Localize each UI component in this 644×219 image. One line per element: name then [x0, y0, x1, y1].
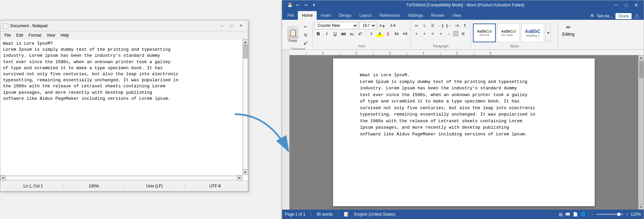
clear-formatting-button[interactable]: ✕A: [401, 30, 409, 37]
paragraph-group: ≡• 1. ☰ ←‖ ‖→ ↕A ¶ ≡ ≡ ≡ ≡ ↕: [411, 21, 471, 49]
tab-references[interactable]: References: [376, 11, 404, 20]
text-effects-button[interactable]: A: [368, 30, 375, 37]
font-row1: Courier New 10.5 A▲ A▼: [315, 22, 398, 29]
line-spacing-button[interactable]: ↕: [445, 30, 452, 37]
share-button[interactable]: Share: [615, 13, 632, 19]
underline-button[interactable]: U: [331, 30, 339, 37]
text-highlight-button[interactable]: A: [376, 30, 383, 37]
notepad-maximize-button[interactable]: □: [227, 23, 236, 29]
notepad-menu-help[interactable]: Help: [58, 32, 72, 38]
notepad-menu-format[interactable]: Format: [26, 32, 44, 38]
notepad-close-button[interactable]: ✕: [236, 23, 245, 29]
notepad-hscrollbar[interactable]: ◄ ►: [0, 175, 243, 180]
word-print-layout-button[interactable]: 📄: [573, 212, 578, 217]
editing-label: Editing: [562, 32, 575, 37]
share-label: Share: [618, 14, 629, 18]
superscript-button[interactable]: x²: [357, 30, 364, 37]
tab-design[interactable]: Design: [335, 11, 355, 20]
notepad-menu-view[interactable]: View: [44, 32, 58, 38]
word-restore-button[interactable]: □: [622, 1, 631, 9]
tab-view[interactable]: View: [448, 11, 465, 20]
font-size-select[interactable]: 10.5: [360, 22, 376, 29]
align-right-button[interactable]: ≡: [429, 30, 436, 37]
font-name-select[interactable]: Courier New: [315, 22, 358, 29]
shading-button[interactable]: [453, 31, 459, 36]
styles-scroll-button[interactable]: ▾: [545, 24, 551, 42]
subscript-button[interactable]: x₂: [348, 30, 356, 37]
font-size-decrease-button[interactable]: A▼: [388, 22, 398, 29]
justify-button[interactable]: ≡: [437, 30, 444, 37]
word-web-layout-button[interactable]: 🌐: [581, 212, 586, 217]
strikethrough-button[interactable]: ab: [340, 30, 347, 37]
sort-button[interactable]: ↕A: [453, 22, 461, 29]
word-page-area[interactable]: Waat is Lore IpsvM. Lorem Ipsum is simpl…: [289, 55, 638, 210]
style-heading1[interactable]: AaBbC Heading 1: [521, 24, 544, 42]
tab-file[interactable]: File: [283, 11, 298, 20]
change-case-button[interactable]: Aa: [393, 30, 400, 37]
word-redo-button[interactable]: ↪: [302, 1, 310, 9]
tab-insert[interactable]: Insert: [317, 11, 335, 20]
font-color-button[interactable]: A: [384, 30, 392, 37]
copy-button[interactable]: ⧉: [301, 31, 310, 39]
tab-review[interactable]: Review: [427, 11, 448, 20]
notepad-menu-file[interactable]: File: [2, 32, 13, 38]
format-painter-button[interactable]: 🖌: [301, 39, 310, 47]
style-nospace[interactable]: AaBbCcI No Spac...: [497, 24, 520, 42]
word-undo-button[interactable]: ↩: [294, 1, 302, 9]
scroll-track-h[interactable]: [6, 176, 237, 180]
numbering-button[interactable]: 1.: [421, 22, 428, 29]
warning-icon[interactable]: ⚠: [634, 12, 640, 20]
vscroll-down-arrow[interactable]: ▼: [639, 204, 644, 210]
status-separator-1: [311, 212, 311, 217]
show-formatting-button[interactable]: ¶: [461, 22, 469, 29]
word-qat-dropdown[interactable]: ▾: [310, 1, 318, 9]
notepad-title: Document - Notepad: [10, 24, 48, 28]
align-center-button[interactable]: ≡: [421, 30, 428, 37]
scroll-down-arrow[interactable]: ▼: [243, 170, 248, 175]
vscroll-up-arrow[interactable]: ▲: [639, 55, 644, 60]
notepad-window: 📄 Document - Notepad ─ □ ✕ File Edit For…: [0, 20, 248, 191]
tab-layout[interactable]: Layout: [356, 11, 376, 20]
style-heading1-preview: AaBbC: [525, 29, 541, 34]
font-size-increase-button[interactable]: A▲: [378, 22, 387, 29]
zoom-out-button[interactable]: −: [591, 212, 593, 216]
zoom-in-button[interactable]: +: [626, 212, 628, 216]
notepad-text[interactable]: Waat is Lore IpsvM? Lorem Ipsum is simpl…: [0, 39, 243, 175]
notepad-menu-edit[interactable]: Edit: [13, 32, 26, 38]
borders-button[interactable]: ⊞: [459, 30, 467, 37]
word-read-mode-button[interactable]: 📖: [565, 212, 570, 217]
paste-button[interactable]: 📋 Paste: [285, 25, 300, 44]
style-normal-preview: AaBbCcI: [477, 29, 491, 33]
word-minimize-button[interactable]: ─: [611, 1, 621, 9]
tell-me-button[interactable]: 🔍 Tell me...: [590, 14, 613, 18]
word-document-text[interactable]: Waat is Lore IpsvM. Lorem Ipsum is simpl…: [360, 72, 575, 137]
scroll-thumb-v[interactable]: [243, 45, 248, 58]
vscroll-thumb[interactable]: [639, 61, 643, 78]
scroll-up-arrow[interactable]: ▲: [243, 39, 248, 45]
align-left-button[interactable]: ≡: [413, 30, 420, 37]
vscroll-track[interactable]: [639, 60, 644, 204]
notepad-minimize-button[interactable]: ─: [218, 23, 226, 29]
bold-button[interactable]: B: [315, 30, 322, 37]
cut-button[interactable]: ✂: [301, 23, 310, 31]
tab-mailings[interactable]: Mailings: [404, 11, 427, 20]
page-marker: [282, 55, 283, 58]
style-normal[interactable]: AaBbCcI Normal: [473, 24, 496, 42]
bullets-button[interactable]: ≡•: [413, 22, 420, 29]
word-save-button[interactable]: 💾: [286, 1, 293, 9]
word-vscrollbar[interactable]: ▲ ▼: [638, 55, 644, 210]
style-nospace-preview: AaBbCcI: [501, 29, 516, 33]
decrease-indent-button[interactable]: ←‖: [437, 22, 444, 29]
word-close-button[interactable]: ✕: [632, 1, 641, 9]
zoom-slider[interactable]: [596, 214, 623, 215]
italic-button[interactable]: I: [323, 30, 330, 37]
scroll-left-arrow[interactable]: ◄: [0, 175, 6, 181]
paste-icon: 📋: [287, 26, 298, 39]
word-layout-button[interactable]: ▤: [559, 212, 562, 217]
multilevel-list-button[interactable]: ☰: [429, 22, 436, 29]
scroll-right-arrow[interactable]: ►: [237, 175, 243, 181]
word-titlebar: 💾 ↩ ↪ ▾ TxtToWord [Compatibility Mode] -…: [282, 0, 644, 10]
arrow-diagram: [228, 107, 295, 161]
increase-indent-button[interactable]: ‖→: [445, 22, 452, 29]
tab-home[interactable]: Home: [298, 11, 317, 20]
